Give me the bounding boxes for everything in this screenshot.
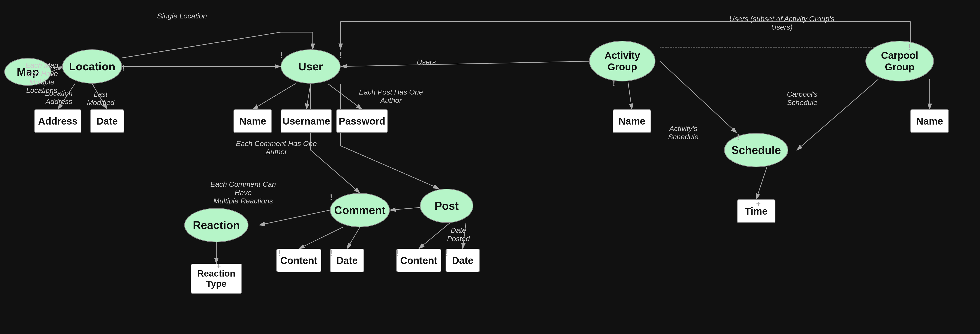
svg-line-8 bbox=[306, 84, 310, 109]
mult-content-p: ! bbox=[396, 249, 399, 258]
mult-date-c: ! bbox=[330, 249, 332, 258]
svg-line-3 bbox=[122, 32, 281, 58]
content-comment-node: Content bbox=[276, 249, 321, 272]
date-location-node: Date bbox=[90, 109, 124, 133]
address-node: Address bbox=[34, 109, 81, 133]
mult-user-2: ! bbox=[339, 51, 342, 59]
label-each-comment-reactions: Each Comment Can HaveMultiple Reactions bbox=[210, 180, 276, 205]
mult-reaction-type: + bbox=[216, 262, 221, 270]
svg-line-21 bbox=[340, 61, 595, 66]
svg-line-17 bbox=[299, 227, 343, 249]
svg-line-13 bbox=[340, 146, 439, 189]
svg-line-23 bbox=[660, 61, 737, 133]
svg-line-7 bbox=[253, 84, 296, 109]
mult-location: ! bbox=[122, 64, 125, 72]
mult-content-c: ! bbox=[278, 249, 281, 258]
comment-node: Comment bbox=[330, 193, 390, 227]
label-date-posted: Date Posted bbox=[439, 226, 478, 243]
svg-line-15 bbox=[259, 210, 330, 225]
label-location-address: LocationAddress bbox=[42, 89, 76, 106]
mult-date-p: ! bbox=[445, 249, 448, 258]
mult-schedule: ! bbox=[737, 133, 740, 142]
password-node: Password bbox=[336, 109, 388, 133]
mult-time: + bbox=[756, 199, 760, 208]
date-comment-node: Date bbox=[330, 249, 364, 272]
carpool-group-node: Carpool Group bbox=[865, 41, 934, 82]
label-users-subset: Users (subset of Activity Group's Users) bbox=[718, 14, 846, 31]
schedule-node: Schedule bbox=[724, 133, 788, 167]
label-carpool-schedule: Carpool's Schedule bbox=[773, 90, 831, 107]
name-user-node: Name bbox=[234, 109, 272, 133]
label-each-comment-author: Each Comment Has One Author bbox=[235, 139, 317, 156]
mult-user-1: ! bbox=[280, 51, 283, 59]
svg-line-18 bbox=[347, 227, 360, 249]
label-last-modified: Last Modified bbox=[84, 90, 118, 107]
label-each-post-author: Each Post Has One Author bbox=[353, 88, 428, 105]
label-users: Users bbox=[411, 58, 441, 66]
svg-line-22 bbox=[628, 79, 632, 109]
date-post-node: Date bbox=[445, 249, 480, 272]
diagram: Map Location Address Date User Name User… bbox=[0, 0, 980, 334]
mult-comment-1: ! bbox=[330, 193, 332, 202]
name-carpool-node: Name bbox=[910, 109, 949, 133]
content-post-node: Content bbox=[396, 249, 441, 272]
user-node: User bbox=[281, 49, 340, 84]
username-node: Username bbox=[281, 109, 332, 133]
connections bbox=[0, 0, 980, 334]
location-node: Location bbox=[62, 49, 122, 84]
label-activity-schedule: Activity'sSchedule bbox=[658, 124, 709, 141]
label-single-location: Single Location bbox=[150, 12, 214, 20]
svg-line-24 bbox=[756, 167, 767, 199]
svg-line-11 bbox=[310, 150, 360, 193]
name-activity-node: Name bbox=[612, 109, 651, 133]
post-node: Post bbox=[420, 189, 473, 223]
mult-activity-name: ! bbox=[612, 79, 615, 88]
mult-carpool-name: ! bbox=[908, 43, 911, 52]
activity-group-node: Activity Group bbox=[589, 41, 655, 82]
reaction-node: Reaction bbox=[184, 208, 248, 242]
